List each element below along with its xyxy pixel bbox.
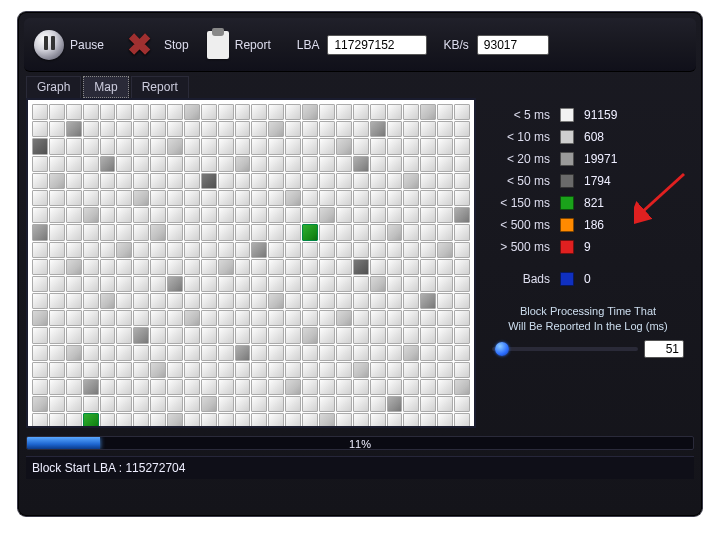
legend-row: < 10 ms608 [490, 126, 686, 148]
slider-note: Block Processing Time That Will Be Repor… [490, 304, 686, 334]
map-cell [218, 138, 234, 154]
map-cell [184, 396, 200, 412]
legend-swatch-icon [560, 272, 574, 286]
kbs-input[interactable] [477, 35, 549, 55]
map-cell [268, 104, 284, 120]
legend-threshold: < 10 ms [490, 130, 550, 144]
tab-report[interactable]: Report [131, 76, 189, 98]
map-cell [133, 362, 149, 378]
map-cell [116, 413, 132, 428]
map-cell [116, 138, 132, 154]
map-cell [32, 276, 48, 292]
map-cell [420, 259, 436, 275]
map-cell [268, 293, 284, 309]
map-cell [319, 310, 335, 326]
map-cell [319, 190, 335, 206]
map-cell [370, 121, 386, 137]
map-cell [235, 173, 251, 189]
lba-input[interactable] [327, 35, 427, 55]
map-cell [437, 293, 453, 309]
map-cell [420, 379, 436, 395]
map-cell [336, 413, 352, 428]
map-cell [32, 345, 48, 361]
map-cell [218, 156, 234, 172]
map-cell [319, 156, 335, 172]
log-threshold-input[interactable] [644, 340, 684, 358]
legend-swatch-icon [560, 174, 574, 188]
map-cell [420, 327, 436, 343]
map-cell [437, 207, 453, 223]
map-cell [184, 362, 200, 378]
tab-map[interactable]: Map [83, 76, 128, 98]
map-cell [235, 413, 251, 428]
status-text: Block Start LBA : 115272704 [32, 461, 185, 475]
map-cell [49, 207, 65, 223]
legend-count: 186 [584, 218, 604, 232]
map-cell [116, 156, 132, 172]
map-cell [251, 259, 267, 275]
map-cell [184, 224, 200, 240]
map-cell [387, 156, 403, 172]
map-cell [420, 138, 436, 154]
map-cell [100, 156, 116, 172]
tab-graph[interactable]: Graph [26, 76, 81, 98]
map-cell [319, 413, 335, 428]
map-cell [184, 138, 200, 154]
map-cell [285, 121, 301, 137]
close-icon: ✖ [122, 30, 156, 60]
log-threshold-row [490, 340, 686, 358]
map-cell [336, 327, 352, 343]
map-cell [387, 362, 403, 378]
map-cell [403, 310, 419, 326]
map-cell [319, 104, 335, 120]
pause-button[interactable]: Pause [30, 26, 114, 64]
map-cell [184, 190, 200, 206]
map-cell [49, 413, 65, 428]
map-cell [437, 173, 453, 189]
report-label: Report [235, 38, 271, 52]
map-cell [32, 138, 48, 154]
map-cell [370, 242, 386, 258]
map-cell [218, 345, 234, 361]
map-cell [336, 276, 352, 292]
map-cell [454, 224, 470, 240]
map-cell [66, 276, 82, 292]
map-cell [403, 156, 419, 172]
progress-wrap: 11% [26, 436, 694, 450]
map-cell [251, 327, 267, 343]
map-cell [218, 379, 234, 395]
map-cell [116, 207, 132, 223]
map-cell [336, 310, 352, 326]
map-cell [66, 121, 82, 137]
main-row: < 5 ms91159< 10 ms608< 20 ms19971< 50 ms… [18, 98, 702, 428]
log-threshold-slider[interactable] [492, 347, 638, 351]
map-cell [370, 396, 386, 412]
map-cell [201, 379, 217, 395]
map-cell [403, 345, 419, 361]
map-cell [454, 156, 470, 172]
map-cell [319, 327, 335, 343]
map-cell [66, 293, 82, 309]
map-cell [420, 242, 436, 258]
map-cell [184, 345, 200, 361]
map-cell [66, 138, 82, 154]
legend-row: < 150 ms821 [490, 192, 686, 214]
map-cell [100, 362, 116, 378]
map-cell [437, 345, 453, 361]
report-button[interactable]: Report [203, 27, 281, 63]
map-cell [403, 379, 419, 395]
slider-knob-icon[interactable] [495, 342, 509, 356]
map-cell [319, 259, 335, 275]
map-cell [285, 345, 301, 361]
map-cell [403, 396, 419, 412]
map-cell [116, 327, 132, 343]
map-cell [218, 310, 234, 326]
map-cell [403, 121, 419, 137]
map-cell [167, 207, 183, 223]
map-cell [235, 138, 251, 154]
map-cell [319, 379, 335, 395]
map-cell [150, 242, 166, 258]
map-cell [285, 207, 301, 223]
map-cell [370, 190, 386, 206]
stop-button[interactable]: ✖ Stop [118, 26, 199, 64]
